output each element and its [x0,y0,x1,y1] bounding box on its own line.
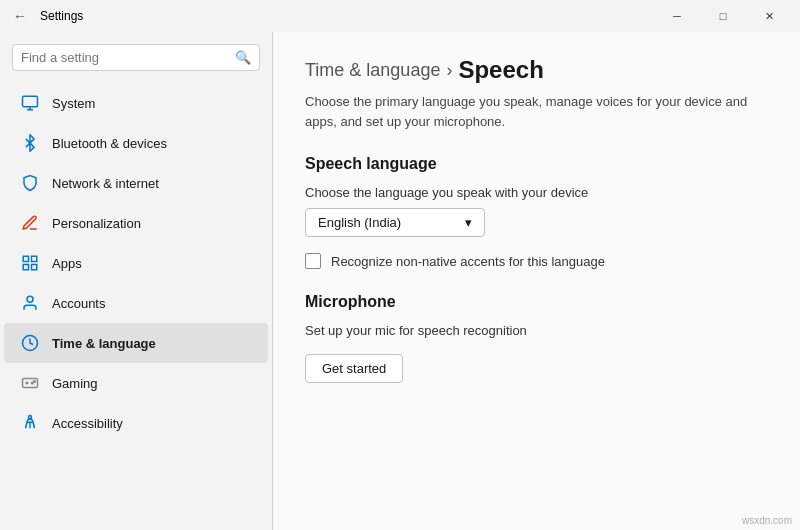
sidebar-item-accounts[interactable]: Accounts [4,283,268,323]
sidebar-item-network[interactable]: Network & internet [4,163,268,203]
network-icon [20,173,40,193]
app-title: Settings [40,9,83,23]
speech-language-label: Choose the language you speak with your … [305,185,768,200]
accent-checkbox-row: Recognize non-native accents for this la… [305,253,768,269]
title-bar-left: ← Settings [8,4,83,28]
svg-point-8 [32,382,34,384]
back-button[interactable]: ← [8,4,32,28]
accessibility-icon [20,413,40,433]
microphone-label: Set up your mic for speech recognition [305,323,768,338]
svg-rect-2 [32,256,37,261]
page-description: Choose the primary language you speak, m… [305,92,768,131]
sidebar-item-label: Time & language [52,336,156,351]
accent-checkbox-label: Recognize non-native accents for this la… [331,254,605,269]
language-dropdown-value: English (India) [318,215,401,230]
sidebar-item-apps[interactable]: Apps [4,243,268,283]
title-bar: ← Settings ─ □ ✕ [0,0,800,32]
svg-point-5 [27,296,33,302]
microphone-title: Microphone [305,293,768,311]
sidebar-item-label: Personalization [52,216,141,231]
main-content: Time & language › Speech Choose the prim… [273,32,800,530]
sidebar-item-label: Gaming [52,376,98,391]
sidebar-item-label: System [52,96,95,111]
chevron-down-icon: ▾ [465,215,472,230]
sidebar-item-label: Bluetooth & devices [52,136,167,151]
svg-rect-3 [32,265,37,270]
svg-point-10 [29,416,32,419]
breadcrumb: Time & language › Speech [305,56,768,84]
close-button[interactable]: ✕ [746,0,792,32]
system-icon [20,93,40,113]
sidebar-item-accessibility[interactable]: Accessibility [4,403,268,443]
sidebar-item-label: Apps [52,256,82,271]
speech-language-title: Speech language [305,155,768,173]
svg-rect-4 [23,265,28,270]
get-started-button[interactable]: Get started [305,354,403,383]
sidebar-item-label: Network & internet [52,176,159,191]
sidebar-item-label: Accessibility [52,416,123,431]
apps-icon [20,253,40,273]
personalization-icon [20,213,40,233]
sidebar-item-label: Accounts [52,296,105,311]
search-icon: 🔍 [235,50,251,65]
svg-rect-7 [23,379,38,388]
sidebar: 🔍 System Bluetooth & devices Network & i… [0,32,272,530]
speech-language-section: Speech language Choose the language you … [305,155,768,269]
window-controls: ─ □ ✕ [654,0,792,32]
maximize-button[interactable]: □ [700,0,746,32]
accent-checkbox[interactable] [305,253,321,269]
svg-rect-0 [23,96,38,107]
time-icon [20,333,40,353]
breadcrumb-parent[interactable]: Time & language [305,60,440,81]
watermark: wsxdn.com [742,515,792,526]
app-body: 🔍 System Bluetooth & devices Network & i… [0,32,800,530]
minimize-button[interactable]: ─ [654,0,700,32]
search-box[interactable]: 🔍 [12,44,260,71]
language-dropdown[interactable]: English (India) ▾ [305,208,485,237]
sidebar-item-personalization[interactable]: Personalization [4,203,268,243]
gaming-icon [20,373,40,393]
sidebar-item-system[interactable]: System [4,83,268,123]
breadcrumb-current: Speech [458,56,543,84]
breadcrumb-separator: › [446,60,452,81]
search-input[interactable] [21,50,229,65]
sidebar-item-gaming[interactable]: Gaming [4,363,268,403]
svg-point-9 [34,381,36,383]
svg-rect-1 [23,256,28,261]
sidebar-item-time[interactable]: Time & language [4,323,268,363]
sidebar-item-bluetooth[interactable]: Bluetooth & devices [4,123,268,163]
bluetooth-icon [20,133,40,153]
microphone-section: Microphone Set up your mic for speech re… [305,293,768,383]
accounts-icon [20,293,40,313]
